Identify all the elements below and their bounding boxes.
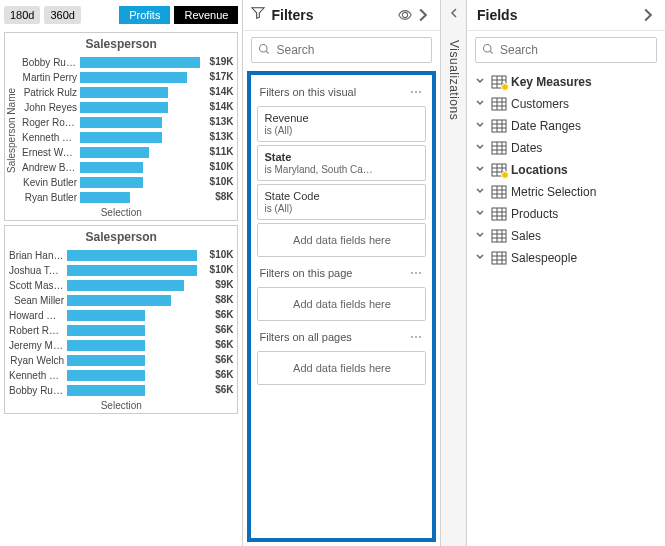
field-table-row[interactable]: Metric Selection (473, 181, 659, 203)
visualizations-label: Visualizations (447, 40, 461, 120)
add-all-filter[interactable]: Add data fields here (257, 351, 426, 385)
search-icon (258, 41, 270, 59)
bar-row[interactable]: Robert Reed$6K (9, 323, 233, 338)
bar-row[interactable]: Ryan Welch$6K (9, 353, 233, 368)
bar-name: Andrew Bo… (22, 162, 80, 173)
bar-track: $13K (80, 132, 233, 143)
bar-name: Joshua Tayl… (9, 265, 67, 276)
chevron-down-icon (475, 97, 487, 111)
filter-card[interactable]: Revenueis (All) (257, 106, 426, 142)
filters-search-input[interactable] (276, 43, 426, 57)
filters-search[interactable] (251, 37, 432, 63)
tab-profits[interactable]: Profits (119, 6, 170, 24)
bar-row[interactable]: Brian Hansen$10K (9, 248, 233, 263)
section-visual-menu[interactable]: ⋯ (408, 85, 424, 99)
bar-name: Brian Hansen (9, 250, 67, 261)
bar-row[interactable]: Howard Ga…$6K (9, 308, 233, 323)
bar-row[interactable]: Kevin Butler$10K (22, 175, 233, 190)
chevron-down-icon (475, 75, 487, 89)
section-all-menu[interactable]: ⋯ (408, 330, 424, 344)
filter-card-title: Revenue (264, 112, 419, 124)
table-icon (491, 119, 507, 133)
bar-value: $6K (215, 309, 233, 320)
chart-salesperson-1[interactable]: SalespersonSalesperson NameBobby Rus…$19… (4, 32, 238, 221)
bar-row[interactable]: Martin Perry$17K (22, 70, 233, 85)
bar-value: $13K (210, 131, 234, 142)
fields-search[interactable] (475, 37, 657, 63)
add-visual-filter[interactable]: Add data fields here (257, 223, 426, 257)
time-row: 180d 360d Profits Revenue (0, 0, 242, 28)
bar-row[interactable]: Jeremy Ma…$6K (9, 338, 233, 353)
filter-card-sub: is (All) (264, 203, 419, 214)
field-table-row[interactable]: Customers (473, 93, 659, 115)
field-table-row[interactable]: Salespeople (473, 247, 659, 269)
bar-value: $10K (210, 161, 234, 172)
bar-row[interactable]: Kenneth Fi…$6K (9, 368, 233, 383)
bar-fill (67, 325, 145, 336)
bar-name: Sean Miller (9, 295, 67, 306)
chart-salesperson-2[interactable]: SalespersonBrian Hansen$10KJoshua Tayl…$… (4, 225, 238, 414)
bar-row[interactable]: Bobby Rus…$19K (22, 55, 233, 70)
bar-fill (67, 295, 171, 306)
bar-fill (67, 280, 184, 291)
filter-icon (251, 6, 265, 24)
bar-fill (67, 385, 145, 396)
bar-value: $19K (210, 56, 234, 67)
bar-row[interactable]: Andrew Bo…$10K (22, 160, 233, 175)
section-all-title: Filters on all pages (259, 331, 351, 343)
bar-track: $9K (67, 280, 233, 291)
bar-value: $6K (215, 324, 233, 335)
add-page-filter[interactable]: Add data fields here (257, 287, 426, 321)
bar-row[interactable]: Sean Miller$8K (9, 293, 233, 308)
field-name: Salespeople (511, 251, 577, 265)
bar-row[interactable]: Bobby Russ…$6K (9, 383, 233, 398)
bar-row[interactable]: Patrick Rulz$14K (22, 85, 233, 100)
collapse-icon[interactable] (414, 6, 432, 24)
fields-header: Fields (467, 0, 665, 31)
bar-name: Kevin Butler (22, 177, 80, 188)
field-table-row[interactable]: Products (473, 203, 659, 225)
table-icon (491, 141, 507, 155)
field-table-row[interactable]: Key Measures (473, 71, 659, 93)
badge-icon (501, 171, 509, 179)
bar-row[interactable]: Ernest Wag…$11K (22, 145, 233, 160)
filter-card[interactable]: Stateis Maryland, South Ca… (257, 145, 426, 181)
time-button-360d[interactable]: 360d (44, 6, 80, 24)
bar-row[interactable]: Scott Mason$9K (9, 278, 233, 293)
bar-value: $17K (210, 71, 234, 82)
bar-track: $8K (80, 192, 233, 203)
filters-highlight: Filters on this visual ⋯ Revenueis (All)… (247, 71, 436, 542)
filter-card[interactable]: State Codeis (All) (257, 184, 426, 220)
tab-revenue[interactable]: Revenue (174, 6, 238, 24)
table-icon (491, 163, 507, 177)
time-button-180d[interactable]: 180d (4, 6, 40, 24)
field-table-row[interactable]: Dates (473, 137, 659, 159)
field-table-row[interactable]: Date Ranges (473, 115, 659, 137)
bar-row[interactable]: John Reyes$14K (22, 100, 233, 115)
bar-value: $6K (215, 369, 233, 380)
fields-collapse-icon[interactable] (639, 6, 657, 24)
bar-row[interactable]: Joshua Tayl…$10K (9, 263, 233, 278)
fields-search-input[interactable] (500, 43, 650, 57)
field-table-row[interactable]: Locations (473, 159, 659, 181)
filter-card-title: State (264, 151, 419, 163)
bar-row[interactable]: Kenneth Fi…$13K (22, 130, 233, 145)
bar-name: Ernest Wag… (22, 147, 80, 158)
bar-track: $10K (80, 177, 233, 188)
field-table-row[interactable]: Sales (473, 225, 659, 247)
visualizations-panel-collapsed[interactable]: Visualizations (441, 0, 467, 546)
bar-row[interactable]: Ryan Butler$8K (22, 190, 233, 205)
visualizations-expand-icon[interactable] (441, 0, 466, 18)
field-name: Dates (511, 141, 542, 155)
svg-rect-13 (492, 120, 506, 132)
svg-rect-33 (492, 208, 506, 220)
bar-value: $6K (215, 339, 233, 350)
svg-point-0 (403, 12, 408, 17)
bar-row[interactable]: Roger Rob…$13K (22, 115, 233, 130)
bar-name: Ryan Welch (9, 355, 67, 366)
bar-name: John Reyes (22, 102, 80, 113)
preview-icon[interactable] (396, 6, 414, 24)
bar-name: Bobby Rus… (22, 57, 80, 68)
bar-fill (67, 355, 145, 366)
section-page-menu[interactable]: ⋯ (408, 266, 424, 280)
